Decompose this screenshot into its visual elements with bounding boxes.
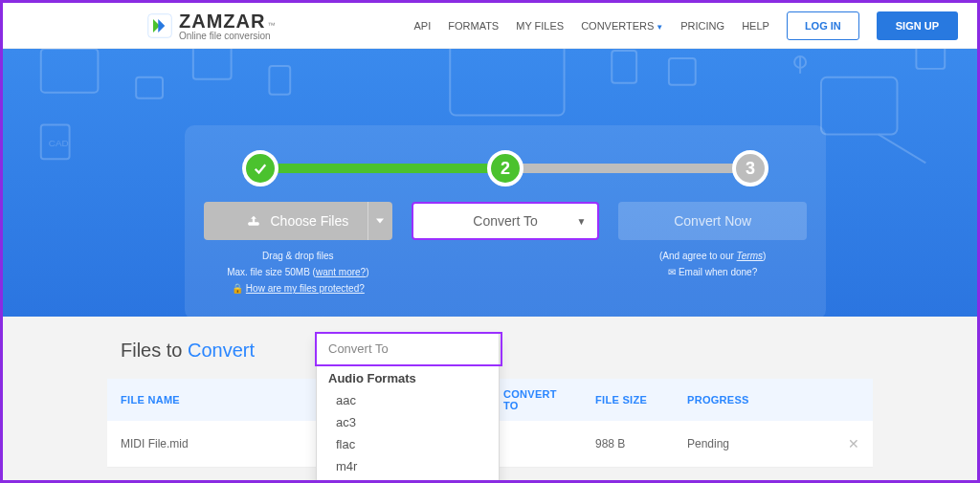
cell-file-size: 988 B	[582, 421, 674, 468]
cell-convert-to	[490, 421, 582, 468]
svg-text:CAD: CAD	[49, 138, 69, 148]
dropdown-group-header: Audio Formats	[317, 363, 499, 389]
terms-link[interactable]: Terms	[737, 251, 763, 261]
cell-progress: Pending	[674, 421, 827, 468]
choose-files-hints: Drag & drop files Max. file size 50MB (w…	[204, 248, 392, 296]
hero-section: CAD 2 3 Choose Files	[3, 49, 977, 317]
svg-marker-17	[376, 219, 384, 224]
nav-api[interactable]: API	[414, 20, 432, 32]
delete-row-button[interactable]: ✕	[848, 436, 859, 451]
chevron-down-icon: ▼	[656, 23, 663, 32]
svg-rect-10	[821, 77, 898, 135]
below-hero: Convert To Audio Formats aac ac3 flac m4…	[3, 317, 977, 480]
step-3-next: 3	[732, 150, 768, 187]
brand-logo[interactable]: ZAMZAR™ Online file conversion	[146, 11, 275, 41]
dropdown-item-ac3[interactable]: ac3	[317, 411, 499, 433]
svg-rect-5	[193, 49, 232, 79]
nav-myfiles[interactable]: MY FILES	[516, 20, 564, 32]
mail-icon: ✉	[668, 267, 676, 277]
login-button[interactable]: LOG IN	[787, 11, 859, 40]
upload-cloud-icon	[247, 214, 260, 228]
svg-rect-6	[269, 66, 290, 95]
convert-to-dropdown-button[interactable]: Convert To ▼	[412, 202, 600, 240]
brand-logo-icon	[146, 12, 173, 39]
dropdown-item-aac[interactable]: aac	[317, 389, 499, 411]
nav-converters[interactable]: CONVERTERS▼	[581, 20, 663, 32]
svg-rect-3	[41, 49, 99, 93]
lock-icon: 🔒	[232, 283, 243, 294]
dropdown-item-m4r[interactable]: m4r	[317, 455, 499, 477]
step-2-current: 2	[487, 150, 523, 187]
svg-rect-7	[450, 49, 564, 116]
col-convert-to: CONVERT TO	[490, 379, 582, 421]
signup-button[interactable]: SIGN UP	[877, 11, 958, 40]
step-progress-track: 2 3	[242, 143, 768, 190]
chevron-down-icon: ▼	[576, 216, 586, 227]
convert-now-hints: (And agree to our Terms) ✉ Email when do…	[618, 248, 807, 280]
col-progress: PROGRESS	[674, 379, 827, 421]
svg-rect-4	[136, 77, 163, 99]
nav-formats[interactable]: FORMATS	[448, 20, 499, 32]
dropdown-item-m4a[interactable]: m4a	[317, 477, 499, 483]
svg-rect-8	[612, 51, 636, 83]
brand-name: ZAMZAR	[179, 11, 265, 32]
brand-tm: ™	[267, 21, 275, 30]
step-1-done	[242, 150, 278, 187]
files-protected-link[interactable]: How are my files protected?	[246, 283, 365, 294]
dropdown-placeholder: Convert To	[317, 334, 499, 363]
brand-tagline: Online file conversion	[179, 31, 275, 41]
col-file-size: FILE SIZE	[582, 379, 674, 421]
top-navbar: ZAMZAR™ Online file conversion API FORMA…	[3, 3, 977, 49]
conversion-steps-panel: 2 3 Choose Files Drag & drop files	[185, 125, 826, 317]
nav-link-group: API FORMATS MY FILES CONVERTERS▼ PRICING…	[414, 11, 958, 40]
convert-now-button[interactable]: Convert Now	[618, 202, 807, 240]
svg-rect-14	[916, 49, 945, 69]
want-more-link[interactable]: want more?	[316, 267, 366, 277]
choose-files-dropdown-toggle[interactable]	[368, 202, 392, 240]
check-icon	[252, 160, 269, 177]
nav-help[interactable]: HELP	[742, 20, 769, 32]
dropdown-item-flac[interactable]: flac	[317, 433, 499, 455]
nav-pricing[interactable]: PRICING	[680, 20, 724, 32]
svg-rect-9	[669, 58, 696, 85]
format-dropdown-panel[interactable]: Convert To Audio Formats aac ac3 flac m4…	[316, 334, 500, 483]
annotated-screenshot-frame: ZAMZAR™ Online file conversion API FORMA…	[0, 0, 980, 483]
chevron-down-icon	[376, 217, 384, 225]
choose-files-button[interactable]: Choose Files	[204, 202, 392, 240]
svg-line-11	[879, 134, 926, 163]
